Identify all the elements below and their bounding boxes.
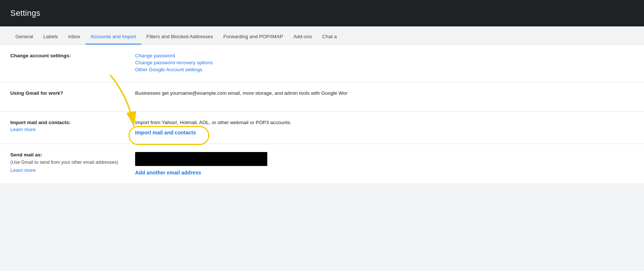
change-account-settings-row: Change account settings: Change password… [0, 45, 644, 82]
import-learn-more-link[interactable]: Learn more [10, 127, 124, 132]
row-label-gmail-work: Using Gmail for work? [10, 90, 135, 97]
import-circle-annotation [129, 126, 209, 145]
row-content-send-mail: Add another email address [135, 152, 634, 176]
gmail-work-desc: Businesses get yourname@example.com emai… [135, 90, 634, 96]
row-label-title-gmail-work: Using Gmail for work? [10, 90, 124, 96]
settings-content: Change account settings: Change password… [0, 45, 644, 184]
add-another-email-address-link[interactable]: Add another email address [135, 170, 201, 176]
row-label-change-account: Change account settings: [10, 53, 135, 60]
tab-inbox[interactable]: Inbox [63, 29, 86, 45]
tab-bar: General Labels Inbox Accounts and Import… [0, 26, 644, 45]
tab-general[interactable]: General [10, 29, 38, 45]
redacted-email-block [135, 152, 267, 166]
change-password-recovery-link[interactable]: Change password recovery options [135, 60, 634, 65]
tab-accounts-import[interactable]: Accounts and Import [86, 29, 141, 45]
tab-chat[interactable]: Chat a [317, 29, 342, 45]
tab-forwarding-pop-imap[interactable]: Forwarding and POP/IMAP [218, 29, 288, 45]
change-password-link[interactable]: Change password [135, 53, 634, 58]
send-mail-learn-more-link[interactable]: Learn more [10, 167, 124, 173]
import-mail-contacts-link[interactable]: Import mail and contacts [135, 130, 196, 136]
row-label-sub-send-mail: (Use Gmail to send from your other email… [10, 159, 124, 166]
row-label-title-change-account: Change account settings: [10, 53, 124, 58]
row-content-change-account: Change password Change password recovery… [135, 53, 634, 74]
row-label-title-import: Import mail and contacts: [10, 120, 124, 125]
other-google-account-settings-link[interactable]: Other Google Account settings [135, 67, 634, 72]
row-label-import: Import mail and contacts: Learn more [10, 120, 135, 134]
import-mail-contacts-row: Import mail and contacts: Learn more Imp… [0, 112, 644, 144]
row-label-title-send-mail: Send mail as: [10, 152, 124, 158]
import-button-wrapper: Import mail and contacts [135, 130, 196, 136]
row-content-gmail-work: Businesses get yourname@example.com emai… [135, 90, 634, 98]
tab-labels[interactable]: Labels [38, 29, 63, 45]
import-desc: Import from Yahoo!, Hotmail, AOL, or oth… [135, 120, 634, 125]
page-title: Settings [10, 8, 40, 18]
send-mail-as-row: Send mail as: (Use Gmail to send from yo… [0, 144, 644, 184]
tab-add-ons[interactable]: Add-ons [288, 29, 317, 45]
row-label-send-mail: Send mail as: (Use Gmail to send from yo… [10, 152, 135, 174]
using-gmail-for-work-row: Using Gmail for work? Businesses get you… [0, 82, 644, 112]
header: Settings [0, 0, 644, 26]
row-content-import: Import from Yahoo!, Hotmail, AOL, or oth… [135, 120, 634, 136]
tab-filters-blocked[interactable]: Filters and Blocked Addresses [141, 29, 218, 45]
